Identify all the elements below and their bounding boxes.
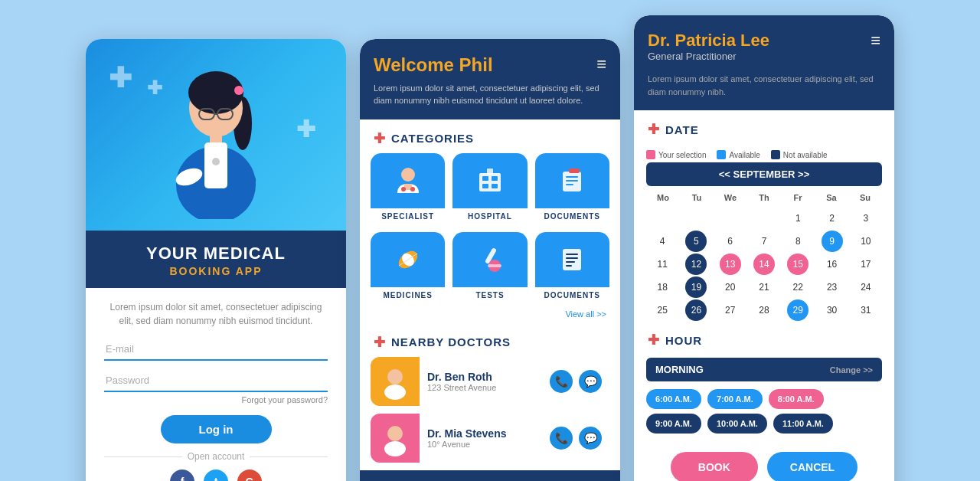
doctor-2-name: Dr. Mia Stevens xyxy=(427,427,534,440)
cal-day-24[interactable]: 24 xyxy=(855,276,877,298)
cal-day-14[interactable]: 14 xyxy=(753,254,775,275)
category-tests[interactable]: TESTS xyxy=(452,232,527,303)
cancel-button[interactable]: CANCEL xyxy=(767,452,858,481)
cal-day-31[interactable]: 31 xyxy=(855,299,877,321)
svg-rect-22 xyxy=(487,169,493,175)
time-slot-6am[interactable]: 6:00 A.M. xyxy=(646,389,701,409)
calendar-grid: Mo Tu We Th Fr Sa Su 1 2 3 4 5 6 7 xyxy=(634,191,894,321)
time-slot-10am[interactable]: 10:00 A.M. xyxy=(707,414,767,434)
legend-dot-available xyxy=(717,150,726,159)
cal-day-27[interactable]: 27 xyxy=(720,299,741,321)
facebook-icon[interactable]: f xyxy=(170,470,194,481)
change-period-link[interactable]: Change >> xyxy=(830,365,873,375)
cal-day-13[interactable]: 13 xyxy=(720,254,741,275)
cal-day-7[interactable]: 7 xyxy=(753,231,775,252)
login-form: Lorem ipsum dolor sit amet, consectetuer… xyxy=(86,288,346,481)
cal-day-16[interactable]: 16 xyxy=(822,254,843,275)
cal-day-2[interactable]: 2 xyxy=(822,208,843,229)
booking-hamburger-menu[interactable]: ≡ xyxy=(871,31,880,51)
doctor-1-call-button[interactable]: 📞 xyxy=(550,370,573,393)
cal-day-4[interactable]: 4 xyxy=(652,231,673,252)
booking-header-top: Dr. Patricia Lee General Practitioner ≡ xyxy=(648,31,880,67)
doctor-1-address: 123 Street Avenue xyxy=(427,383,534,392)
time-slot-8am[interactable]: 8:00 A.M. xyxy=(769,389,824,409)
cal-day-15[interactable]: 15 xyxy=(787,254,808,275)
home-bottom-nav: ⌂ ♡ ⊕ ⚙ ☐ xyxy=(360,470,620,482)
doctor-card-1[interactable]: Dr. Ben Roth 123 Street Avenue 📞 💬 xyxy=(371,357,609,406)
medicines-icon-box xyxy=(371,232,445,287)
hospital-icon-box xyxy=(452,153,527,208)
email-field[interactable] xyxy=(104,339,328,361)
hour-section-header: ✚ HOUR xyxy=(634,321,894,355)
cal-day-1[interactable]: 1 xyxy=(787,208,808,229)
cal-day-29[interactable]: 29 xyxy=(787,299,808,321)
cal-day-26[interactable]: 26 xyxy=(685,299,707,321)
legend-dot-selection xyxy=(646,150,655,159)
cal-day-17[interactable]: 17 xyxy=(855,254,877,275)
date-section-title: DATE xyxy=(665,123,699,136)
cal-day-21[interactable]: 21 xyxy=(753,276,775,298)
cal-day-empty-3 xyxy=(720,208,741,229)
svg-rect-25 xyxy=(566,180,578,182)
legend-selection-label: Your selection xyxy=(658,151,706,159)
calendar-days: 1 2 3 4 5 6 7 8 9 10 11 12 13 14 15 16 1… xyxy=(646,208,882,321)
morning-bar[interactable]: MORNING Change >> xyxy=(646,358,882,381)
category-documents2[interactable]: DOCUMENTS xyxy=(535,232,609,303)
cal-day-9[interactable]: 9 xyxy=(822,231,843,252)
svg-point-41 xyxy=(387,426,403,441)
svg-rect-33 xyxy=(488,264,501,267)
documents2-icon xyxy=(555,243,589,276)
cal-day-25[interactable]: 25 xyxy=(652,299,673,321)
doctor-1-avatar-icon xyxy=(377,363,413,400)
open-account-link[interactable]: Open account xyxy=(188,451,245,462)
login-button[interactable]: Log in xyxy=(161,415,272,443)
cal-day-8[interactable]: 8 xyxy=(787,231,808,252)
doctor-2-call-button[interactable]: 📞 xyxy=(550,427,573,450)
cal-day-12[interactable]: 12 xyxy=(685,254,707,275)
time-slot-7am[interactable]: 7:00 A.M. xyxy=(707,389,763,409)
svg-rect-17 xyxy=(479,173,501,191)
cal-day-11[interactable]: 11 xyxy=(652,254,673,275)
time-slot-11am[interactable]: 11:00 A.M. xyxy=(773,414,833,434)
book-button[interactable]: BOOK xyxy=(671,452,758,481)
categories-grid: SPECIALIST HOSPITAL xyxy=(360,153,620,309)
weekday-we: We xyxy=(714,191,747,205)
doctor-2-actions: 📞 💬 xyxy=(542,414,609,463)
cal-day-18[interactable]: 18 xyxy=(652,276,673,298)
legend-available-label: Available xyxy=(729,151,760,159)
time-slot-9am[interactable]: 9:00 A.M. xyxy=(646,414,701,434)
doctor-1-message-button[interactable]: 💬 xyxy=(579,370,602,393)
view-all-link[interactable]: View all >> xyxy=(360,309,620,323)
category-specialist[interactable]: SPECIALIST xyxy=(371,153,445,224)
twitter-icon[interactable]: t xyxy=(204,470,228,481)
home-screen: Welcome Phil ≡ Lorem ipsum dolor sit ame… xyxy=(360,39,620,482)
cal-day-5[interactable]: 5 xyxy=(685,231,707,252)
doctor-2-message-button[interactable]: 💬 xyxy=(579,427,602,450)
cal-day-3[interactable]: 3 xyxy=(855,208,877,229)
category-hospital[interactable]: HOSPITAL xyxy=(452,153,527,224)
cal-day-19[interactable]: 19 xyxy=(685,276,707,298)
cal-day-23[interactable]: 23 xyxy=(822,276,843,298)
cal-day-20[interactable]: 20 xyxy=(720,276,741,298)
calendar-month-nav[interactable]: << SEPTEMBER >> xyxy=(646,162,882,186)
cal-day-28[interactable]: 28 xyxy=(753,299,775,321)
password-field[interactable] xyxy=(104,370,328,392)
cal-day-10[interactable]: 10 xyxy=(855,231,877,252)
tests-icon xyxy=(473,243,507,276)
forgot-password-link[interactable]: Forgot your password? xyxy=(104,395,328,404)
categories-section-header: ✚ CATEGORIES xyxy=(360,119,620,153)
cal-day-22[interactable]: 22 xyxy=(787,276,808,298)
svg-rect-35 xyxy=(566,254,578,255)
svg-point-10 xyxy=(212,158,220,165)
date-section-header: ✚ DATE xyxy=(634,110,894,144)
svg-point-3 xyxy=(234,86,243,95)
google-icon[interactable]: G xyxy=(237,470,262,481)
cal-day-6[interactable]: 6 xyxy=(720,231,741,252)
hamburger-menu[interactable]: ≡ xyxy=(596,54,606,74)
doctor-card-2[interactable]: Dr. Mia Stevens 10° Avenue 📞 💬 xyxy=(371,414,609,463)
svg-point-42 xyxy=(384,441,406,456)
category-documents[interactable]: DOCUMENTS xyxy=(535,153,609,224)
cal-day-30[interactable]: 30 xyxy=(822,299,843,321)
category-medicines[interactable]: MEDICINES xyxy=(371,232,445,303)
time-slots-row1: 6:00 A.M. 7:00 A.M. 8:00 A.M. xyxy=(646,389,882,409)
